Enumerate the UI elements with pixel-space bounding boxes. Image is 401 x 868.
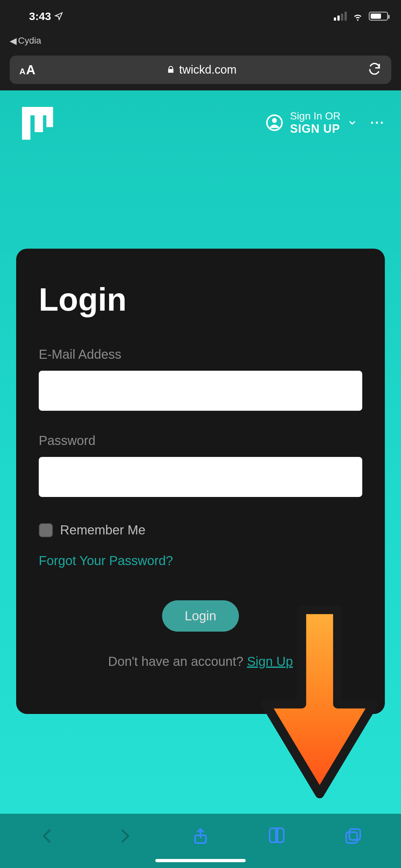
share-icon <box>191 827 210 845</box>
signin-label-line1: Sign In OR <box>290 110 341 122</box>
email-field[interactable] <box>39 371 362 411</box>
login-title: Login <box>39 281 362 318</box>
login-card: Login E-Mail Addess Password Remember Me… <box>16 249 385 714</box>
user-avatar-icon <box>266 114 283 132</box>
reload-button[interactable] <box>367 62 382 78</box>
svg-point-5 <box>272 118 277 123</box>
text-size-button[interactable]: AA <box>19 63 35 77</box>
svg-rect-3 <box>47 107 53 127</box>
site-logo[interactable] <box>16 101 58 144</box>
more-menu-button[interactable]: ··· <box>370 116 385 130</box>
bookmarks-button[interactable] <box>264 823 289 849</box>
email-label: E-Mail Addess <box>39 347 362 362</box>
remember-me-checkbox[interactable] <box>39 523 53 537</box>
url-text: twickd.com <box>179 63 237 76</box>
svg-rect-7 <box>349 829 360 840</box>
book-icon <box>267 827 286 845</box>
battery-icon <box>369 11 388 21</box>
back-to-app[interactable]: ◀ Cydia <box>0 32 401 49</box>
more-dots-icon: ··· <box>370 116 385 130</box>
home-indicator[interactable] <box>155 859 246 862</box>
status-bar: 3:43 <box>0 0 401 32</box>
share-button[interactable] <box>188 823 213 849</box>
big-a-icon: A <box>26 63 35 77</box>
login-button[interactable]: Login <box>162 600 239 631</box>
signup-prompt: Don't have an account? Sign Up <box>39 654 362 669</box>
tabs-icon <box>344 827 363 845</box>
reload-icon <box>367 62 382 76</box>
back-button[interactable] <box>35 823 61 849</box>
chevron-right-icon <box>115 827 134 845</box>
browser-chrome: AA twickd.com <box>0 49 401 90</box>
location-icon <box>54 11 63 21</box>
page-content: Sign In OR SIGN UP ··· Login E-Mail Adde… <box>0 90 401 814</box>
forward-button[interactable] <box>112 823 137 849</box>
forgot-password-link[interactable]: Forgot Your Password? <box>39 554 173 568</box>
small-a-icon: A <box>19 66 26 76</box>
signup-link[interactable]: Sign Up <box>247 654 293 669</box>
status-time: 3:43 <box>29 10 51 23</box>
svg-rect-8 <box>346 832 357 843</box>
url-bar[interactable]: AA twickd.com <box>10 56 391 84</box>
back-to-app-label: Cydia <box>18 35 41 46</box>
cellular-signal-icon <box>334 11 347 21</box>
password-field[interactable] <box>39 457 362 497</box>
site-header: Sign In OR SIGN UP ··· <box>0 90 401 155</box>
chevron-left-icon <box>38 827 57 845</box>
logo-icon <box>16 101 58 143</box>
no-account-text: Don't have an account? <box>108 654 247 669</box>
remember-me-label: Remember Me <box>60 523 146 537</box>
back-chevron-icon: ◀ <box>10 35 17 46</box>
wifi-icon <box>352 10 364 22</box>
tabs-button[interactable] <box>340 823 366 849</box>
svg-rect-2 <box>35 107 43 132</box>
signin-label-line2: SIGN UP <box>290 122 341 135</box>
lock-icon <box>166 65 175 74</box>
password-label: Password <box>39 433 362 448</box>
chevron-down-icon <box>347 118 358 128</box>
signin-dropdown[interactable]: Sign In OR SIGN UP <box>266 110 358 135</box>
